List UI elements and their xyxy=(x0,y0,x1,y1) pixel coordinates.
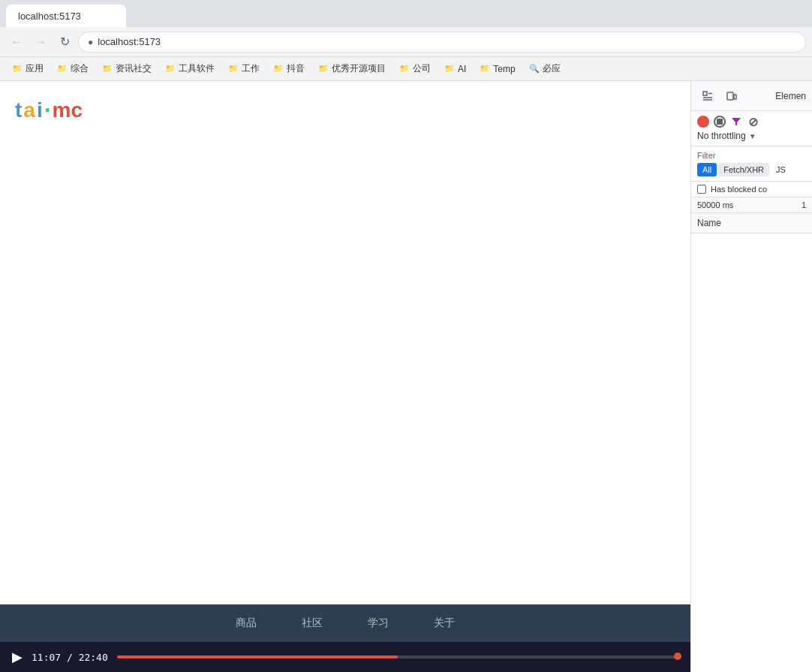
throttling-chevron-icon[interactable]: ▼ xyxy=(749,132,756,140)
bookmark-douyin-label: 抖音 xyxy=(287,62,305,75)
devtools-network-controls: ⊘ No throttling ▼ xyxy=(691,111,812,146)
browser-frame: localhost:5173 ← → ↻ ● localhost:5173 📁 … xyxy=(0,0,812,672)
filter-tabs: All Fetch/XHR JS xyxy=(697,163,806,176)
location-icon: ● xyxy=(88,37,93,47)
devtools-toolbar: Elemen xyxy=(691,81,812,111)
filter-tab-fetchxhr[interactable]: Fetch/XHR xyxy=(718,163,769,176)
bookmark-bing[interactable]: 🔍 必应 xyxy=(523,59,567,78)
tab-title: localhost:5173 xyxy=(18,11,81,22)
zixun-folder-icon: 📁 xyxy=(102,64,113,74)
bookmark-apps-label: 应用 xyxy=(26,62,44,75)
bookmark-company-label: 公司 xyxy=(413,62,431,75)
blocked-cookies-checkbox[interactable] xyxy=(697,185,706,194)
bookmark-zonghe[interactable]: 📁 综合 xyxy=(51,59,95,78)
tab-bar: localhost:5173 xyxy=(0,0,812,27)
bottom-bar: 商品 社区 学习 关于 xyxy=(0,604,690,642)
device-toggle-button[interactable] xyxy=(721,86,742,107)
company-folder-icon: 📁 xyxy=(399,64,410,74)
progress-fill xyxy=(117,655,398,658)
name-column-header: Name xyxy=(691,213,812,234)
bookmark-zixun-label: 资讯社交 xyxy=(116,62,152,75)
bookmark-opensource[interactable]: 📁 优秀开源项目 xyxy=(312,59,392,78)
progress-dot xyxy=(674,652,681,660)
filter-tab-all[interactable]: All xyxy=(697,163,717,176)
record-button[interactable] xyxy=(697,116,709,128)
filter-tab-js[interactable]: JS xyxy=(771,163,791,176)
svg-marker-6 xyxy=(732,118,741,125)
bookmark-apps[interactable]: 📁 应用 xyxy=(6,59,50,78)
address-bar[interactable]: ● localhost:5173 xyxy=(78,32,806,53)
name-header-label: Name xyxy=(697,218,721,228)
clear-button[interactable]: ⊘ xyxy=(747,116,759,128)
logo-dot: · xyxy=(44,96,51,124)
bookmark-douyin[interactable]: 📁 抖音 xyxy=(267,59,311,78)
tools-folder-icon: 📁 xyxy=(165,64,176,74)
filter-label: Filter xyxy=(697,151,806,160)
bookmark-zixun[interactable]: 📁 资讯社交 xyxy=(96,59,158,78)
svg-rect-0 xyxy=(703,92,707,95)
inspect-element-button[interactable] xyxy=(697,86,718,107)
page-content: t a i · mc xyxy=(0,81,690,604)
bookmark-work-label: 工作 xyxy=(242,62,260,75)
filter-icon[interactable] xyxy=(730,116,742,128)
svg-rect-4 xyxy=(727,92,733,100)
reload-button[interactable]: ↻ xyxy=(54,32,75,53)
logo-i: i xyxy=(37,98,43,122)
blocked-cookies-label: Has blocked co xyxy=(711,185,767,194)
bookmark-company[interactable]: 📁 公司 xyxy=(393,59,437,78)
webpage: t a i · mc 商品 社区 学习 关于 ▶ 11:07 / xyxy=(0,81,690,672)
devtools-elements-tab[interactable]: Elemen xyxy=(745,91,806,101)
filter-section: Filter All Fetch/XHR JS xyxy=(691,146,812,182)
throttling-row: No throttling ▼ xyxy=(697,131,806,141)
throttling-label: No throttling xyxy=(697,131,746,141)
bookmark-ai[interactable]: 📁 AI xyxy=(438,61,472,77)
back-button[interactable]: ← xyxy=(6,32,27,53)
forward-button[interactable]: → xyxy=(30,32,51,53)
timing-extra: 1 xyxy=(801,200,806,209)
bookmark-zonghe-label: 综合 xyxy=(71,62,89,75)
main-area: t a i · mc 商品 社区 学习 关于 ▶ 11:07 / xyxy=(0,81,812,672)
bottom-nav-learn[interactable]: 学习 xyxy=(368,616,389,630)
logo-area: t a i · mc xyxy=(15,96,675,124)
bookmark-work[interactable]: 📁 工作 xyxy=(222,59,266,78)
logo-mc: mc xyxy=(53,98,83,122)
bookmark-bing-label: 必应 xyxy=(543,62,561,75)
devtools-panel: Elemen ⊘ No xyxy=(690,81,812,672)
timing-row: 50000 ms 1 xyxy=(691,197,812,213)
bookmark-temp[interactable]: 📁 Temp xyxy=(474,61,521,77)
stop-button[interactable] xyxy=(714,116,726,128)
bookmark-tools-label: 工具软件 xyxy=(179,62,215,75)
apps-folder-icon: 📁 xyxy=(12,64,23,74)
video-controls: ▶ 11:07 / 22:40 xyxy=(0,642,690,672)
temp-folder-icon: 📁 xyxy=(480,64,490,74)
bottom-nav-community[interactable]: 社区 xyxy=(302,616,323,630)
ai-folder-icon: 📁 xyxy=(444,64,455,74)
bookmark-tools[interactable]: 📁 工具软件 xyxy=(159,59,221,78)
stop-icon xyxy=(717,119,723,125)
svg-rect-5 xyxy=(734,95,736,99)
douyin-folder-icon: 📁 xyxy=(273,64,284,74)
timing-value: 50000 ms xyxy=(697,200,801,209)
logo-t: t xyxy=(15,98,22,122)
active-tab[interactable]: localhost:5173 xyxy=(6,5,126,27)
bottom-nav-products[interactable]: 商品 xyxy=(236,616,257,630)
nav-bar: ← → ↻ ● localhost:5173 xyxy=(0,27,812,57)
blocked-cookies-row: Has blocked co xyxy=(691,182,812,197)
bing-search-icon: 🔍 xyxy=(529,64,540,74)
work-folder-icon: 📁 xyxy=(228,64,239,74)
zonghe-folder-icon: 📁 xyxy=(57,64,68,74)
bottom-nav-about[interactable]: 关于 xyxy=(434,616,455,630)
logo-a: a xyxy=(23,98,35,122)
progress-bar[interactable] xyxy=(117,655,678,658)
bookmark-temp-label: Temp xyxy=(493,64,515,74)
bookmarks-bar: 📁 应用 📁 综合 📁 资讯社交 📁 工具软件 📁 工作 📁 抖音 📁 优秀开源… xyxy=(0,57,812,81)
address-text: localhost:5173 xyxy=(98,36,161,47)
devtools-controls-row: ⊘ xyxy=(697,116,806,128)
bookmark-opensource-label: 优秀开源项目 xyxy=(332,62,386,75)
time-display: 11:07 / 22:40 xyxy=(32,652,108,663)
play-button[interactable]: ▶ xyxy=(12,649,23,665)
opensource-folder-icon: 📁 xyxy=(318,64,329,74)
network-list xyxy=(691,234,812,672)
bookmark-ai-label: AI xyxy=(458,64,466,74)
